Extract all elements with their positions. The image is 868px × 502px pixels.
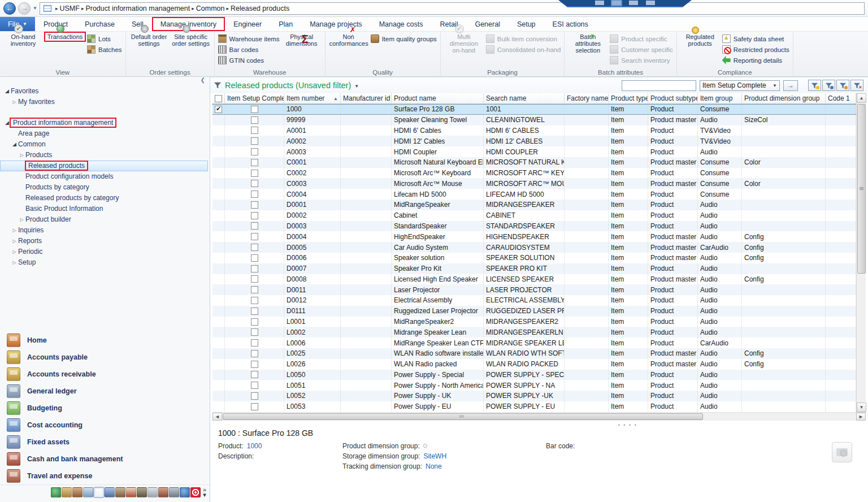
sidebar-item-released-products-by-category[interactable]: Released products by category: [0, 193, 210, 204]
item-setup-complete-checkbox[interactable]: [251, 350, 258, 357]
table-row[interactable]: D0004HighEndSpeakerHIGHENDSPEAKERItemPro…: [212, 231, 856, 242]
sidebar-item-favorites[interactable]: ◢Favorites: [0, 86, 210, 97]
table-row[interactable]: L0052Power Supply - UKPOWER SUPPLY -UKIt…: [212, 391, 856, 401]
tab-setup[interactable]: Setup: [509, 17, 544, 31]
table-row[interactable]: L0006MidRange Speaker Lean CTPMIDRANGE S…: [212, 337, 856, 348]
tab-general[interactable]: General: [466, 17, 508, 31]
sidebar-item-product-builder[interactable]: ▷Product builder: [0, 214, 210, 225]
item-quality-groups-button[interactable]: Item quality groups: [371, 34, 437, 43]
site-specific-order-settings-button[interactable]: Site specific order settings: [171, 33, 211, 47]
product-image-placeholder[interactable]: [832, 442, 852, 462]
item-setup-complete-checkbox[interactable]: [251, 382, 258, 389]
sidebar-item-products[interactable]: ▷Products: [0, 150, 210, 161]
scroll-left-icon[interactable]: ◄: [212, 413, 222, 421]
breadcrumb-item-usmf[interactable]: USMF: [59, 5, 79, 12]
item-setup-complete-checkbox[interactable]: [251, 403, 258, 410]
module-budgeting[interactable]: Budgeting: [0, 400, 210, 417]
module-cost-accounting[interactable]: Cost accounting: [0, 417, 210, 434]
column-header-dimgroup[interactable]: Product dimension group: [742, 93, 826, 103]
item-setup-complete-checkbox[interactable]: [251, 137, 258, 145]
item-setup-complete-checkbox[interactable]: [251, 233, 258, 240]
tab-purchase[interactable]: Purchase: [76, 17, 123, 31]
column-header-setup[interactable]: Item Setup Complete: [225, 93, 284, 103]
document-gear-icon[interactable]: [83, 487, 93, 497]
table-row[interactable]: C0001Microsoft Natural Keyboard EliteMIC…: [212, 157, 856, 168]
module-fixed-assets[interactable]: Fixed assets: [0, 434, 210, 451]
more-modules-button[interactable]: »▾: [201, 487, 206, 497]
history-dropdown-icon[interactable]: ▼: [33, 6, 37, 11]
item-setup-complete-checkbox[interactable]: [251, 191, 258, 198]
table-row[interactable]: L0051Power Supply - North AmericaPOWER S…: [212, 380, 856, 391]
sidebar-item-reports[interactable]: ▷Reports: [0, 236, 210, 246]
item-setup-complete-checkbox[interactable]: [251, 308, 258, 315]
table-row[interactable]: A0002HDMI 12' CablesHDMI 12' CABLESItemP…: [212, 136, 856, 146]
expand-icon[interactable]: ▷: [11, 228, 18, 233]
apply-filter-button[interactable]: →: [783, 80, 798, 91]
globe-icon[interactable]: [51, 487, 61, 497]
non-conformances-button[interactable]: Non conformances: [329, 33, 368, 47]
item-setup-complete-checkbox[interactable]: [251, 222, 258, 230]
column-header-manufacturer[interactable]: Manufacturer id: [341, 93, 392, 103]
expand-icon[interactable]: ▷: [18, 217, 25, 222]
scroll-up-icon[interactable]: ▲: [857, 93, 866, 103]
select-all-checkbox[interactable]: [215, 95, 222, 102]
table-row[interactable]: C0003Microsoft Arc™ MouseMICROSOFT ARC™ …: [212, 178, 856, 189]
target-icon[interactable]: [190, 487, 201, 497]
column-header-factory[interactable]: Factory name: [565, 93, 609, 103]
table-row[interactable]: D0011Laser ProjectorLASER PROJECTORItemP…: [212, 284, 856, 295]
on-hand-inventory-button[interactable]: On-hand inventory: [3, 33, 43, 47]
tab-product[interactable]: Product: [35, 17, 76, 31]
item-setup-complete-checkbox[interactable]: [251, 371, 258, 378]
batches-button[interactable]: Batches: [87, 45, 122, 54]
restricted-products-button[interactable]: Restricted products: [722, 45, 789, 54]
collapse-icon[interactable]: ◢: [3, 88, 11, 94]
sidebar-item-product-information-management[interactable]: ◢Product information management: [0, 118, 210, 128]
expand-icon[interactable]: ▷: [18, 153, 25, 158]
truck-icon[interactable]: [115, 487, 125, 497]
gtin-codes-button[interactable]: GTIN codes: [218, 56, 280, 64]
forklift-icon[interactable]: [137, 487, 147, 497]
transactions-button[interactable]: Transactions: [45, 33, 85, 41]
table-row[interactable]: D0003StandardSpeakerSTANDARDSPEAKERItemP…: [212, 221, 856, 232]
item-setup-complete-checkbox[interactable]: [251, 106, 258, 113]
table-row[interactable]: L0026WLAN Radio packedWLAN RADIO PACKEDI…: [212, 359, 856, 370]
table-row[interactable]: L0001MidRangeSpeaker2MIDRANGESPEAKER2Ite…: [212, 317, 856, 327]
tab-manage-costs[interactable]: Manage costs: [371, 17, 432, 31]
module-accounts-receivable[interactable]: Accounts receivable: [0, 366, 210, 383]
expand-icon[interactable]: ▷: [11, 239, 18, 244]
remove-filter-button[interactable]: [850, 80, 863, 91]
item-setup-complete-checkbox[interactable]: [251, 265, 258, 272]
regulated-products-button[interactable]: Regulated products: [680, 33, 720, 47]
table-row[interactable]: D0002CabinetCABINETItemProductAudio: [212, 210, 856, 221]
expand-icon[interactable]: ▷: [11, 99, 18, 105]
item-setup-complete-checkbox[interactable]: [251, 318, 258, 326]
advanced-filter-button[interactable]: [808, 80, 821, 91]
clipboard-icon[interactable]: [126, 487, 136, 497]
product-information-icon[interactable]: [94, 487, 104, 497]
breadcrumb-item-released-products[interactable]: Released products: [231, 5, 289, 12]
module-home[interactable]: Home: [0, 332, 210, 349]
inventory-box-icon[interactable]: [180, 487, 190, 497]
item-setup-complete-checkbox[interactable]: [251, 361, 258, 368]
item-setup-complete-checkbox[interactable]: [251, 275, 258, 283]
expand-icon[interactable]: ▷: [11, 249, 18, 254]
address-bar[interactable]: ▸USMF▸Product information management▸Com…: [40, 2, 865, 15]
sidebar-item-setup[interactable]: ▷Setup: [0, 257, 210, 268]
table-row[interactable]: C0002Microsoft Arc™ KeyboardMICROSOFT AR…: [212, 168, 856, 179]
item-setup-complete-checkbox[interactable]: [251, 127, 258, 134]
column-header-rowsel[interactable]: [212, 93, 225, 103]
row-selector-checkbox[interactable]: [215, 106, 222, 113]
item-setup-complete-checkbox[interactable]: [251, 116, 258, 124]
splitter-grip[interactable]: • • • •: [618, 422, 637, 428]
filter-input[interactable]: [622, 80, 696, 91]
table-row[interactable]: D0005Car Audio SystemCARAUDIOSYSTEMItemP…: [212, 242, 856, 253]
horizontal-scrollbar[interactable]: ◄ ►: [212, 412, 866, 421]
collapse-icon[interactable]: ◢: [11, 141, 18, 147]
mail-icon[interactable]: [147, 487, 158, 497]
sidebar-item-area-page[interactable]: Area page: [0, 128, 210, 139]
scroll-right-icon[interactable]: ►: [856, 413, 866, 421]
column-header-code1[interactable]: Code 1: [826, 93, 856, 103]
filter-scope-dropdown[interactable]: Item Setup Complete ▼: [700, 80, 780, 91]
table-row[interactable]: D0007Speaker Pro KitSPEAKER PRO KITItemP…: [212, 263, 856, 274]
module-general-ledger[interactable]: General ledger: [0, 383, 210, 400]
